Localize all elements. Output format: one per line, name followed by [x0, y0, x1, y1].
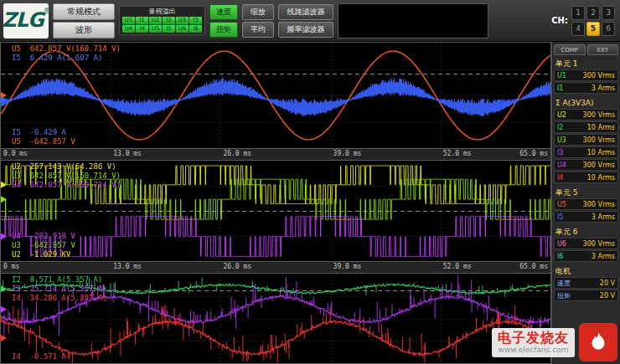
trace-scale-label: U4 -283.918 V: [12, 232, 75, 241]
channel-button-5[interactable]: 5: [586, 22, 600, 36]
channel-range-row[interactable]: I410 Arms: [554, 172, 618, 183]
channel-range-row[interactable]: U3300 Vrms: [554, 134, 618, 146]
mode-button-group: 常规模式 波形: [53, 3, 115, 38]
channel-range-row[interactable]: I63 Arms: [554, 250, 618, 262]
channel-range-row[interactable]: U1300 Vrms: [554, 69, 618, 81]
overflow-indicator-i5: I5: [163, 25, 175, 33]
waveform-view-button[interactable]: 波形: [53, 22, 115, 38]
channel-range-value: 10 Arms: [587, 149, 615, 156]
channel-range-row[interactable]: I310 Arms: [554, 146, 618, 158]
trace-scale-label: U5 642.857 V(160.714 V): [12, 44, 121, 54]
overflow-indicator-u4: U4: [122, 25, 135, 33]
channel-range-value: 10 Arms: [587, 124, 615, 131]
time-tick: 26.0 ms: [223, 263, 251, 270]
watermark-textbox: 电子发烧友 www.elecfans.com: [492, 328, 575, 357]
overflow-indicator-u1: U1: [122, 17, 135, 24]
scale-labels-top: U2 257.143 V(64.286 V)U3 642.857 V(160.7…: [12, 162, 121, 190]
channel-range-row[interactable]: U4300 Vrms: [554, 159, 618, 171]
time-tick: 0 ms: [3, 263, 19, 270]
channel-range-row[interactable]: I53 Arms: [554, 211, 618, 223]
torque-button[interactable]: 扭矩: [209, 22, 238, 38]
channel-range-row[interactable]: U5300 Vrms: [554, 198, 618, 210]
sidebar-section-title: 单元 5: [554, 187, 618, 197]
channel-button-6[interactable]: 6: [602, 22, 615, 36]
channel-button-1[interactable]: 1: [571, 6, 585, 20]
channel-button-2[interactable]: 2: [586, 6, 600, 20]
overflow-indicator-i4: I4: [136, 25, 148, 33]
ext-button[interactable]: EXT: [587, 44, 619, 55]
trace-scale-label: U3 642.857 V(160.714 V): [12, 172, 121, 181]
main-area: U5 642.857 V(160.714 V)I5 6.429 A(1.607 …: [0, 42, 620, 364]
channel-selector: CH: 123456: [551, 6, 617, 36]
speed-button[interactable]: 速度: [209, 4, 238, 20]
time-axis-1: 0.0 ms13.0 ms26.0 ms39.0 ms52.0 ms65.0 m…: [0, 149, 551, 160]
sidebar-top-buttons: COMP EXT: [554, 44, 618, 55]
trace-scale-label: I5 -6.429 A: [12, 128, 75, 137]
channel-name: U2: [557, 111, 566, 119]
line-filter-button[interactable]: 线路滤波器: [278, 4, 333, 20]
zoom-button[interactable]: 缩放: [242, 4, 274, 20]
trace-scale-label: I5 6.429 A(1.607 A): [12, 54, 121, 63]
watermark-brand: 电子发烧友: [498, 331, 569, 346]
channel-name: I4: [557, 174, 563, 182]
channel-button-3[interactable]: 3: [602, 6, 615, 20]
channel-range-value: 300 Vrms: [583, 201, 615, 208]
comp-button[interactable]: COMP: [554, 44, 586, 55]
watermark-url: www.elecfans.com: [498, 346, 569, 355]
channel-range-row[interactable]: I210 Arms: [554, 121, 618, 133]
sidebar-section: Σ A(3V3A)U2300 VrmsI210 ArmsU3300 VrmsI3…: [554, 98, 618, 183]
channel-range-row[interactable]: 扭矩20 V: [554, 290, 618, 301]
trace-scale-label: U3 -642.857 V: [12, 241, 75, 250]
trace-scale-label: U2 257.143 V(64.286 V): [12, 162, 121, 172]
overflow-indicator-i6: I6: [189, 25, 202, 33]
channel-range-row[interactable]: I13 Arms: [554, 82, 618, 94]
channel-name: 速度: [557, 279, 571, 288]
overflow-indicator-u3: U3: [176, 17, 189, 24]
range-overflow-title: 量程溢出: [122, 8, 202, 16]
elecfans-logo: [579, 323, 617, 361]
scale-labels-top: U5 642.857 V(160.714 V)I5 6.429 A(1.607 …: [12, 44, 121, 63]
channel-name: I3: [557, 149, 563, 156]
zoom-average-button-group: 缩放 平均: [242, 4, 274, 38]
overflow-indicator-row: U4I4U5I5U6I6: [122, 25, 202, 33]
channel-name: U3: [557, 136, 566, 144]
channel-range-row[interactable]: U2300 Vrms: [554, 109, 618, 120]
overflow-indicator-i3: I3: [189, 17, 202, 24]
channel-button-4[interactable]: 4: [571, 22, 585, 36]
frequency-filter-button[interactable]: 频率滤波器: [278, 22, 333, 38]
channel-name: I6: [557, 253, 563, 260]
sidebar-section-title: 单元 1: [554, 59, 618, 69]
waveform-panel-unit5: U5 642.857 V(160.714 V)I5 6.429 A(1.607 …: [0, 42, 551, 149]
channel-button-grid: 123456: [571, 6, 615, 36]
waveform-scope: U5 642.857 V(160.714 V)I5 6.429 A(1.607 …: [0, 42, 551, 364]
sidebar-section: 单元 1U1300 VrmsI13 Arms: [554, 59, 618, 94]
time-tick: 52.0 ms: [443, 263, 472, 270]
trace-scale-label: I4 -8.571 A: [12, 352, 66, 361]
scale-labels-bottom: U4 -283.918 VU3 -642.857 VU2 -1.029 KV: [12, 232, 75, 259]
overflow-indicator-u6: U6: [176, 25, 189, 33]
channel-range-value: 300 Vrms: [583, 72, 615, 79]
waveform-panel-currents: I2 8.571 A(5.357 A)I3 25.714 A(5.357 A)I…: [0, 273, 551, 364]
watermark: 电子发烧友 www.elecfans.com: [492, 323, 617, 361]
time-tick: 13.0 ms: [113, 150, 142, 157]
channel-range-row[interactable]: U6300 Vrms: [554, 238, 618, 249]
channel-range-value: 3 Arms: [592, 253, 615, 260]
sidebar-section: 单元 6U6300 VrmsI63 Arms: [554, 227, 618, 262]
scale-labels-top: I2 8.571 A(5.357 A)I3 25.714 A(5.357 A)I…: [12, 275, 107, 303]
overflow-indicator-row: U1I1U2I2U3I3: [122, 17, 202, 24]
channel-name: I1: [557, 85, 563, 92]
time-tick: 65.0 ms: [519, 150, 548, 157]
average-button[interactable]: 平均: [242, 22, 274, 38]
overflow-indicator-i1: I1: [136, 17, 148, 24]
normal-mode-button[interactable]: 常规模式: [53, 3, 115, 20]
range-overflow-indicators: U1I1U2I2U3I3U4I4U5I5U6I6: [122, 17, 202, 33]
time-tick: 65.0 ms: [519, 263, 548, 270]
trace-scale-label: I4 34.286 A(5.357 A): [12, 294, 107, 303]
channel-name: U1: [557, 72, 566, 79]
trace-scale-label: U5 -642.857 V: [12, 137, 75, 146]
channel-name: 扭矩: [557, 291, 571, 300]
channel-range-value: 300 Vrms: [583, 240, 615, 248]
channel-range-value: 300 Vrms: [583, 111, 615, 119]
channel-range-row[interactable]: 速度20 V: [554, 277, 618, 289]
time-tick: 39.0 ms: [333, 150, 362, 157]
